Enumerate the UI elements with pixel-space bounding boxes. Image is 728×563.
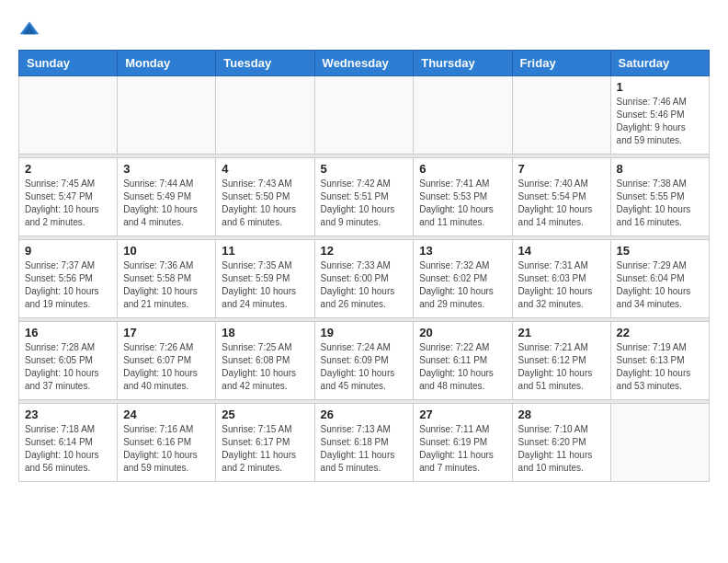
day-info: Sunrise: 7:35 AM Sunset: 5:59 PM Dayligh… (222, 259, 308, 311)
day-number: 3 (123, 162, 210, 176)
day-info: Sunrise: 7:15 AM Sunset: 6:17 PM Dayligh… (222, 423, 308, 475)
calendar-cell: 20Sunrise: 7:22 AM Sunset: 6:11 PM Dayli… (414, 322, 512, 400)
day-info: Sunrise: 7:41 AM Sunset: 5:53 PM Dayligh… (419, 178, 506, 229)
day-number: 18 (222, 326, 308, 339)
day-info: Sunrise: 7:22 AM Sunset: 6:11 PM Dayligh… (419, 341, 506, 393)
calendar-cell: 24Sunrise: 7:16 AM Sunset: 6:16 PM Dayli… (118, 404, 216, 482)
week-row: 2Sunrise: 7:45 AM Sunset: 5:47 PM Daylig… (19, 158, 710, 236)
day-info: Sunrise: 7:11 AM Sunset: 6:19 PM Dayligh… (419, 423, 506, 475)
logo-icon (18, 18, 40, 40)
calendar-cell (414, 76, 512, 155)
calendar-cell: 23Sunrise: 7:18 AM Sunset: 6:14 PM Dayli… (19, 404, 118, 482)
calendar-cell: 11Sunrise: 7:35 AM Sunset: 5:59 PM Dayli… (216, 240, 314, 318)
calendar-cell: 1Sunrise: 7:46 AM Sunset: 5:46 PM Daylig… (610, 76, 709, 155)
logo (18, 18, 44, 40)
day-number: 25 (222, 408, 308, 421)
day-info: Sunrise: 7:18 AM Sunset: 6:14 PM Dayligh… (25, 423, 111, 475)
day-number: 17 (123, 326, 210, 339)
calendar-cell: 9Sunrise: 7:37 AM Sunset: 5:56 PM Daylig… (19, 240, 118, 318)
calendar-cell: 7Sunrise: 7:40 AM Sunset: 5:54 PM Daylig… (512, 158, 610, 236)
weekday-header: Wednesday (314, 51, 414, 76)
day-number: 16 (25, 326, 111, 339)
day-number: 11 (222, 244, 308, 258)
calendar-cell (216, 76, 314, 155)
calendar-cell: 13Sunrise: 7:32 AM Sunset: 6:02 PM Dayli… (414, 240, 512, 318)
calendar-cell: 15Sunrise: 7:29 AM Sunset: 6:04 PM Dayli… (610, 240, 709, 318)
day-number: 24 (123, 408, 210, 421)
weekday-header: Monday (118, 51, 216, 76)
day-number: 13 (419, 244, 506, 258)
day-info: Sunrise: 7:42 AM Sunset: 5:51 PM Dayligh… (321, 178, 408, 229)
calendar-cell: 18Sunrise: 7:25 AM Sunset: 6:08 PM Dayli… (216, 322, 314, 400)
day-info: Sunrise: 7:38 AM Sunset: 5:55 PM Dayligh… (617, 178, 703, 229)
day-number: 23 (25, 408, 111, 421)
day-info: Sunrise: 7:46 AM Sunset: 5:46 PM Dayligh… (617, 96, 703, 147)
calendar-cell: 10Sunrise: 7:36 AM Sunset: 5:58 PM Dayli… (118, 240, 216, 318)
day-info: Sunrise: 7:37 AM Sunset: 5:56 PM Dayligh… (25, 259, 111, 311)
day-info: Sunrise: 7:24 AM Sunset: 6:09 PM Dayligh… (321, 341, 408, 393)
calendar-cell: 16Sunrise: 7:28 AM Sunset: 6:05 PM Dayli… (19, 322, 118, 400)
calendar-cell: 26Sunrise: 7:13 AM Sunset: 6:18 PM Dayli… (314, 404, 414, 482)
calendar-header-row: SundayMondayTuesdayWednesdayThursdayFrid… (19, 51, 710, 76)
day-number: 28 (518, 408, 605, 421)
calendar-cell: 5Sunrise: 7:42 AM Sunset: 5:51 PM Daylig… (314, 158, 414, 236)
day-info: Sunrise: 7:45 AM Sunset: 5:47 PM Dayligh… (25, 178, 111, 229)
calendar-cell: 19Sunrise: 7:24 AM Sunset: 6:09 PM Dayli… (314, 322, 414, 400)
day-info: Sunrise: 7:44 AM Sunset: 5:49 PM Dayligh… (123, 178, 210, 229)
day-info: Sunrise: 7:10 AM Sunset: 6:20 PM Dayligh… (518, 423, 605, 475)
day-info: Sunrise: 7:40 AM Sunset: 5:54 PM Dayligh… (518, 178, 605, 229)
calendar-cell: 22Sunrise: 7:19 AM Sunset: 6:13 PM Dayli… (610, 322, 709, 400)
calendar-cell: 12Sunrise: 7:33 AM Sunset: 6:00 PM Dayli… (314, 240, 414, 318)
weekday-header: Sunday (19, 51, 118, 76)
day-number: 10 (123, 244, 210, 258)
calendar-cell: 3Sunrise: 7:44 AM Sunset: 5:49 PM Daylig… (118, 158, 216, 236)
calendar-cell: 4Sunrise: 7:43 AM Sunset: 5:50 PM Daylig… (216, 158, 314, 236)
day-info: Sunrise: 7:26 AM Sunset: 6:07 PM Dayligh… (123, 341, 210, 393)
day-info: Sunrise: 7:43 AM Sunset: 5:50 PM Dayligh… (222, 178, 308, 229)
page-header (18, 18, 710, 40)
day-number: 9 (25, 244, 111, 258)
day-number: 21 (518, 326, 605, 339)
day-number: 5 (321, 162, 408, 176)
day-info: Sunrise: 7:33 AM Sunset: 6:00 PM Dayligh… (321, 259, 408, 311)
calendar-table: SundayMondayTuesdayWednesdayThursdayFrid… (18, 50, 710, 482)
day-number: 27 (419, 408, 506, 421)
calendar-cell: 21Sunrise: 7:21 AM Sunset: 6:12 PM Dayli… (512, 322, 610, 400)
day-info: Sunrise: 7:25 AM Sunset: 6:08 PM Dayligh… (222, 341, 308, 393)
day-info: Sunrise: 7:16 AM Sunset: 6:16 PM Dayligh… (123, 423, 210, 475)
day-number: 2 (25, 162, 111, 176)
day-info: Sunrise: 7:32 AM Sunset: 6:02 PM Dayligh… (419, 259, 506, 311)
calendar-cell (118, 76, 216, 155)
day-number: 6 (419, 162, 506, 176)
day-number: 7 (518, 162, 605, 176)
day-number: 15 (617, 244, 703, 258)
calendar-cell (610, 404, 709, 482)
weekday-header: Friday (512, 51, 610, 76)
calendar-cell (314, 76, 414, 155)
weekday-header: Saturday (610, 51, 709, 76)
week-row: 1Sunrise: 7:46 AM Sunset: 5:46 PM Daylig… (19, 76, 710, 155)
calendar-cell (512, 76, 610, 155)
calendar-cell (19, 76, 118, 155)
day-number: 1 (617, 80, 703, 94)
calendar-cell: 14Sunrise: 7:31 AM Sunset: 6:03 PM Dayli… (512, 240, 610, 318)
day-info: Sunrise: 7:36 AM Sunset: 5:58 PM Dayligh… (123, 259, 210, 311)
week-row: 9Sunrise: 7:37 AM Sunset: 5:56 PM Daylig… (19, 240, 710, 318)
day-number: 22 (617, 326, 703, 339)
day-number: 19 (321, 326, 408, 339)
day-info: Sunrise: 7:19 AM Sunset: 6:13 PM Dayligh… (617, 341, 703, 393)
day-info: Sunrise: 7:13 AM Sunset: 6:18 PM Dayligh… (321, 423, 408, 475)
weekday-header: Thursday (414, 51, 512, 76)
calendar-cell: 17Sunrise: 7:26 AM Sunset: 6:07 PM Dayli… (118, 322, 216, 400)
calendar-cell: 8Sunrise: 7:38 AM Sunset: 5:55 PM Daylig… (610, 158, 709, 236)
calendar-cell: 27Sunrise: 7:11 AM Sunset: 6:19 PM Dayli… (414, 404, 512, 482)
calendar-cell: 25Sunrise: 7:15 AM Sunset: 6:17 PM Dayli… (216, 404, 314, 482)
calendar-cell: 28Sunrise: 7:10 AM Sunset: 6:20 PM Dayli… (512, 404, 610, 482)
day-number: 4 (222, 162, 308, 176)
day-number: 12 (321, 244, 408, 258)
day-info: Sunrise: 7:31 AM Sunset: 6:03 PM Dayligh… (518, 259, 605, 311)
calendar-cell: 2Sunrise: 7:45 AM Sunset: 5:47 PM Daylig… (19, 158, 118, 236)
day-number: 20 (419, 326, 506, 339)
day-info: Sunrise: 7:29 AM Sunset: 6:04 PM Dayligh… (617, 259, 703, 311)
day-number: 14 (518, 244, 605, 258)
